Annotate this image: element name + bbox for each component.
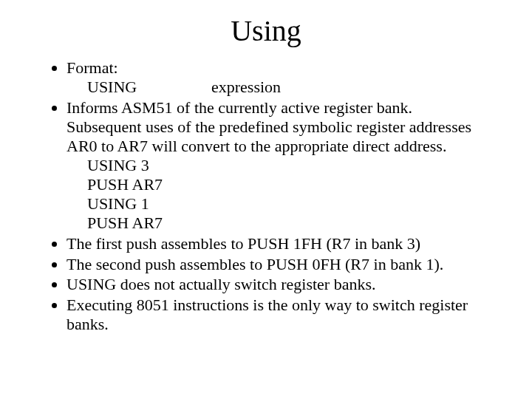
bullet-format: Format: USINGexpression bbox=[66, 58, 488, 97]
format-keyword: USING bbox=[87, 78, 211, 97]
bullet-second-push: The second push assembles to PUSH 0FH (R… bbox=[66, 255, 488, 274]
code-line-3: USING 1 bbox=[87, 194, 488, 214]
bullet-format-text: Format: bbox=[66, 58, 118, 77]
format-line: USINGexpression bbox=[87, 78, 488, 97]
bullet-informs-text: Informs ASM51 of the currently active re… bbox=[66, 98, 471, 155]
bullet-executing: Executing 8051 instructions is the only … bbox=[66, 296, 488, 334]
format-arg: expression bbox=[211, 78, 281, 96]
bullet-informs: Informs ASM51 of the currently active re… bbox=[66, 98, 488, 233]
bullet-list: Format: USINGexpression Informs ASM51 of… bbox=[49, 58, 532, 334]
slide: Using Format: USINGexpression Informs AS… bbox=[0, 13, 532, 399]
code-line-2: PUSH AR7 bbox=[87, 175, 488, 194]
bullet-not-switch: USING does not actually switch register … bbox=[66, 275, 488, 294]
bullet-first-push: The first push assembles to PUSH 1FH (R7… bbox=[66, 234, 488, 253]
code-line-4: PUSH AR7 bbox=[87, 214, 488, 233]
code-line-1: USING 3 bbox=[87, 156, 488, 175]
slide-title: Using bbox=[0, 13, 532, 48]
